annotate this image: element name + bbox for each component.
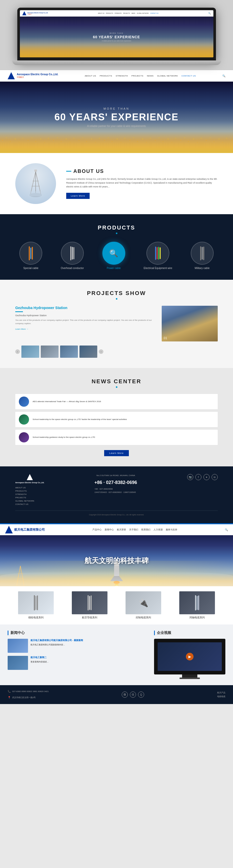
news-item-1: AEG attends International Trade Fair — A… (15, 394, 218, 409)
cn-footer-link-1[interactable]: 航天产品 (217, 691, 225, 694)
play-button[interactable]: ▶ (186, 653, 194, 660)
cn-news-content-1: 航天电工集团有限公司航天集团有限公司 - 最新新闻 航天电工集团有限公司最新新闻… (31, 639, 83, 653)
products-dot (116, 232, 118, 234)
thumbnail-3[interactable] (60, 345, 78, 358)
products-section: PRODUCTS Special cable Over (0, 214, 233, 280)
cn-nav-service[interactable]: 服务与支持 (166, 528, 177, 531)
tower-svg (26, 168, 46, 199)
cn-product-4[interactable]: 同轴电缆系列 (172, 591, 223, 619)
next-arrow[interactable]: › (99, 349, 103, 354)
cn-search-icon[interactable]: 🔍 (225, 528, 228, 531)
mini-hero-main: 60 YEARS' EXPERIENCE (93, 35, 140, 39)
nav-global[interactable]: GLOBAL NETWORK (157, 75, 178, 77)
cn-product-1[interactable]: 绕组电缆系列 (10, 591, 61, 619)
footer-right: 📷 f ✦ in (187, 474, 218, 480)
cn-product-2[interactable]: 航空导线系列 (64, 591, 115, 619)
cn-hero: 航天文明的科技丰碑 (0, 535, 233, 586)
projects-learn-more[interactable]: Learn More → (15, 328, 154, 330)
cn-qq-icon[interactable]: Q (138, 691, 144, 698)
cn-news-right: 企业视频 ▶ (154, 630, 225, 679)
mini-hero-tagline: A reliable partner for your cable & wire… (93, 40, 140, 41)
cn-footer-phone: 027-8382-0696 83822 3661 83620 3421 (12, 690, 48, 693)
hero-content: MORE THAN 60 YEARS' EXPERIENCE A reliabl… (55, 107, 179, 127)
footer-logo: Aerospace Electric Group Co.,Ltd. (15, 474, 44, 484)
cn-video-box[interactable]: ▶ (154, 639, 225, 675)
nav-about[interactable]: ABOUT US (85, 75, 96, 77)
twitter-icon[interactable]: ✦ (203, 474, 209, 480)
cn-hero-text: 航天文明的科技丰碑 (85, 556, 149, 565)
cn-nav-hr[interactable]: 人力资源 (154, 528, 163, 531)
cn-news-item-1[interactable]: 航天电工集团有限公司航天集团有限公司 - 最新新闻 航天电工集团有限公司最新新闻… (8, 639, 149, 653)
cn-nav-honor[interactable]: 航天荣誉 (117, 528, 126, 531)
cn-footer-link-2[interactable]: 电线电缆 (217, 695, 225, 698)
mini-hero: MORE THAN 60 YEARS' EXPERIENCE A reliabl… (20, 17, 213, 57)
footer-links: ABOUT US PRODUCTS STRENGTH PROJECTS GLOB… (15, 487, 44, 505)
cn-footer-address: 武汉市硚口区古田一路2号 (12, 696, 36, 700)
cn-nav-news[interactable]: 新闻中心 (105, 528, 114, 531)
product-electrical[interactable]: Electrical Equipment wire (144, 242, 172, 270)
product-military-cable[interactable]: Military cable (191, 242, 214, 270)
company-name: Aerospace Electric Group Co.,Ltd. (17, 73, 58, 76)
laptop-notch (20, 57, 213, 60)
cn-product-img-4 (179, 591, 215, 614)
thumbnail-2[interactable] (41, 345, 59, 358)
search-icon[interactable]: 🔍 (222, 74, 225, 77)
instagram-icon[interactable]: 📷 (187, 474, 193, 480)
nav-news[interactable]: NEWS (147, 75, 154, 77)
cn-product-img-2 (72, 591, 107, 614)
nav-links: ABOUT US PRODUCTS STRENGTH PROJECTS NEWS… (85, 75, 196, 77)
cn-weibo-icon[interactable]: 微 (122, 691, 128, 698)
footer-logo-icon (27, 474, 33, 480)
cn-product-3[interactable]: 🔌 控制电缆系列 (118, 591, 169, 619)
about-learn-more-button[interactable]: Learn More (66, 193, 90, 199)
laptop-screen: Aerospace Electric Group Co.,Ltd. 中国航天 A… (20, 10, 213, 57)
linkedin-icon[interactable]: in (211, 474, 218, 480)
hero-sub: MORE THAN (55, 107, 179, 110)
nav-products[interactable]: PRODUCTS (100, 75, 112, 77)
news-item-3: School leadership guidance study to the … (15, 430, 218, 445)
cn-nav-about[interactable]: 关于我们 (129, 528, 138, 531)
svg-rect-0 (34, 169, 37, 172)
facebook-icon[interactable]: f (195, 474, 201, 480)
product-circle-power: 🔍 (102, 242, 125, 265)
projects-section: PROJECTS SHOW Gezhouba Hydropower Statio… (0, 280, 233, 368)
nav-strength[interactable]: STRENGTH (115, 75, 128, 77)
nav-contact[interactable]: CONTACT US (181, 75, 196, 77)
news-learn-more-button[interactable]: Learn More (104, 450, 129, 456)
mini-logo-text: Aerospace Electric Group Co.,Ltd. (28, 12, 48, 13)
cn-nav-contact[interactable]: 联系我们 (141, 528, 151, 531)
cn-nav-products[interactable]: 产品中心 (93, 528, 102, 531)
cn-navbar: 航天电工集团有限公司 产品中心 新闻中心 航天荣誉 关于我们 联系我们 人力资源… (0, 524, 233, 535)
product-label-special: Special cable (23, 267, 38, 270)
footer-link-global[interactable]: GLOBAL NETWORK (15, 500, 44, 502)
cn-logo-icon (5, 526, 13, 533)
product-label-electrical: Electrical Equipment wire (144, 267, 172, 270)
prev-arrow[interactable]: ‹ (15, 349, 20, 354)
news-section: NEWS CENTER AEG attends International Tr… (0, 368, 233, 466)
cn-wechat-icon[interactable]: 信 (130, 691, 136, 698)
cn-video-title: 企业视频 (154, 630, 225, 635)
footer-link-projects[interactable]: PROJECTS (15, 496, 44, 499)
footer-link-contact[interactable]: CONTACT US (15, 503, 44, 505)
product-power-cable[interactable]: 🔍 Power cable (102, 242, 125, 270)
product-overhead[interactable]: Overhead conductor (61, 242, 84, 270)
monitor-stand-top (182, 675, 197, 678)
footer-link-strength[interactable]: STRENGTH (15, 493, 44, 495)
projects-left: Gezhouba Hydropower Station Gezhouba Hyd… (15, 306, 154, 341)
footer-link-products[interactable]: PRODUCTS (15, 490, 44, 492)
footer-fax: 13437153422 · 027-83820602 · 13807199545 (95, 491, 137, 493)
footer-top: Aerospace Electric Group Co.,Ltd. ABOUT … (15, 474, 218, 505)
thumbnail-1[interactable] (22, 345, 39, 358)
cn-video-screen: ▶ (158, 642, 222, 671)
thumbnail-4[interactable] (79, 345, 97, 358)
product-label-overhead: Overhead conductor (61, 267, 84, 270)
products-row: Special cable Overhead conductor 🔍 Power… (10, 242, 223, 270)
mini-logo-icon (23, 11, 27, 15)
cn-hero-main: 航天文明的科技丰碑 (85, 556, 149, 565)
product-special-cable[interactable]: Special cable (19, 242, 42, 270)
footer-link-about[interactable]: ABOUT US (15, 487, 44, 489)
cn-product-label-1: 绕组电缆系列 (28, 616, 43, 619)
cn-news-item-2[interactable]: 航天电工新闻二 更多新闻内容描述... (8, 656, 149, 670)
nav-projects[interactable]: PROJECTS (131, 75, 143, 77)
cn-news-img-2 (8, 656, 28, 670)
